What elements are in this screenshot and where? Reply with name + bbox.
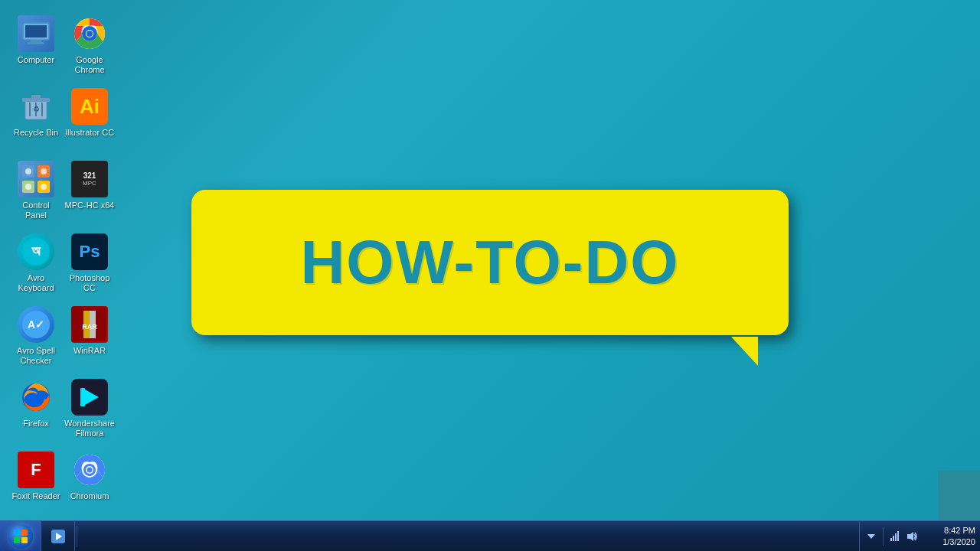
icon-firefox[interactable]: Firefox bbox=[5, 373, 67, 435]
foxit-label: Foxit Reader bbox=[12, 491, 60, 501]
svg-rect-45 bbox=[14, 537, 20, 543]
computer-icon bbox=[18, 15, 54, 52]
icon-computer[interactable]: Computer bbox=[5, 9, 67, 71]
chromium-label: Chromium bbox=[70, 491, 109, 501]
bubble-text: HOW-TO-DO bbox=[301, 227, 680, 298]
quick-launch-button[interactable] bbox=[41, 521, 75, 552]
foxit-icon: F bbox=[18, 452, 54, 488]
computer-label: Computer bbox=[18, 55, 54, 65]
icon-filmora[interactable]: WondershareFilmora bbox=[59, 373, 120, 445]
svg-rect-53 bbox=[897, 531, 899, 541]
svg-rect-2 bbox=[31, 40, 41, 42]
recycle-label: Recycle Bin bbox=[14, 128, 58, 138]
svg-text:♻: ♻ bbox=[33, 105, 40, 113]
clock-date: 1/3/2020 bbox=[942, 536, 975, 547]
svg-rect-43 bbox=[14, 530, 20, 536]
illustrator-icon: Ai bbox=[71, 88, 108, 125]
svg-point-22 bbox=[41, 168, 47, 174]
photoshop-icon: Ps bbox=[71, 233, 108, 270]
control-panel-label: ControlPanel bbox=[22, 201, 49, 220]
notification-corner bbox=[938, 471, 980, 520]
start-button[interactable] bbox=[0, 521, 41, 552]
system-tray: 8:42 PM 1/3/2020 bbox=[859, 521, 980, 552]
icon-google-chrome[interactable]: GoogleChrome bbox=[59, 9, 120, 81]
svg-text:F: F bbox=[31, 460, 41, 479]
svg-rect-1 bbox=[25, 25, 47, 37]
svg-point-24 bbox=[41, 184, 47, 190]
network-icon[interactable] bbox=[888, 530, 902, 543]
svg-rect-46 bbox=[21, 537, 28, 543]
icon-photoshop[interactable]: Ps PhotoshopCC bbox=[59, 227, 120, 299]
taskbar: 8:42 PM 1/3/2020 bbox=[0, 520, 980, 551]
chrome-label: GoogleChrome bbox=[74, 55, 104, 75]
mpc-icon: 321 MPC bbox=[71, 161, 108, 197]
avro-keyboard-icon: অ bbox=[18, 233, 54, 270]
svg-rect-44 bbox=[21, 530, 28, 536]
filmora-label: WondershareFilmora bbox=[64, 419, 115, 439]
svg-rect-11 bbox=[31, 95, 41, 99]
icon-recycle-bin[interactable]: ♻ Recycle Bin bbox=[5, 82, 67, 144]
svg-text:A✓: A✓ bbox=[28, 318, 44, 331]
tray-expand-icon[interactable] bbox=[864, 530, 878, 543]
desktop: Computer GoogleChrome bbox=[0, 0, 980, 551]
svg-rect-3 bbox=[28, 42, 44, 44]
icon-avro-keyboard[interactable]: অ AvroKeyboard bbox=[5, 227, 67, 299]
icon-chromium[interactable]: Chromium bbox=[59, 445, 120, 507]
winrar-label: WinRAR bbox=[74, 346, 106, 356]
volume-icon[interactable] bbox=[905, 530, 919, 543]
svg-rect-51 bbox=[893, 536, 894, 541]
icon-illustrator[interactable]: Ai Illustrator CC bbox=[59, 82, 120, 144]
bubble-body: HOW-TO-DO bbox=[191, 190, 789, 335]
firefox-icon bbox=[18, 379, 54, 416]
control-panel-icon bbox=[18, 161, 54, 197]
svg-marker-49 bbox=[867, 534, 875, 539]
tray-divider bbox=[883, 527, 884, 546]
chromium-icon bbox=[71, 452, 108, 488]
start-orb bbox=[8, 524, 33, 549]
winrar-icon: RAR bbox=[71, 306, 108, 343]
svg-rect-50 bbox=[890, 538, 892, 541]
illustrator-label: Illustrator CC bbox=[65, 128, 114, 138]
svg-point-21 bbox=[25, 168, 31, 174]
avro-spell-icon: A✓ bbox=[18, 306, 54, 343]
taskbar-separator-1 bbox=[77, 526, 77, 547]
icon-avro-spell[interactable]: A✓ Avro SpellChecker bbox=[5, 300, 67, 372]
avro-keyboard-label: AvroKeyboard bbox=[18, 273, 54, 293]
system-clock[interactable]: 8:42 PM 1/3/2020 bbox=[922, 525, 975, 547]
svg-text:RAR: RAR bbox=[82, 323, 97, 331]
chrome-icon bbox=[71, 15, 108, 52]
icon-control-panel[interactable]: ControlPanel bbox=[5, 155, 67, 227]
svg-point-42 bbox=[87, 468, 93, 473]
mpc-label: MPC-HC x64 bbox=[65, 201, 115, 210]
clock-time: 8:42 PM bbox=[944, 525, 975, 536]
icon-winrar[interactable]: RAR WinRAR bbox=[59, 300, 120, 362]
icon-foxit[interactable]: F Foxit Reader bbox=[5, 445, 67, 507]
avro-spell-label: Avro SpellChecker bbox=[17, 346, 55, 366]
filmora-icon bbox=[71, 379, 108, 416]
bubble-tail bbox=[731, 337, 758, 366]
svg-point-23 bbox=[25, 184, 31, 190]
recycle-icon: ♻ bbox=[18, 88, 54, 125]
firefox-label: Firefox bbox=[23, 419, 49, 429]
icon-mpc[interactable]: 321 MPC MPC-HC x64 bbox=[59, 155, 120, 217]
svg-point-8 bbox=[87, 31, 93, 37]
photoshop-label: PhotoshopCC bbox=[70, 273, 110, 293]
svg-text:অ: অ bbox=[31, 243, 41, 259]
svg-rect-36 bbox=[80, 388, 85, 406]
svg-marker-54 bbox=[907, 532, 913, 541]
speech-bubble: HOW-TO-DO bbox=[191, 190, 800, 366]
svg-rect-52 bbox=[895, 533, 897, 541]
